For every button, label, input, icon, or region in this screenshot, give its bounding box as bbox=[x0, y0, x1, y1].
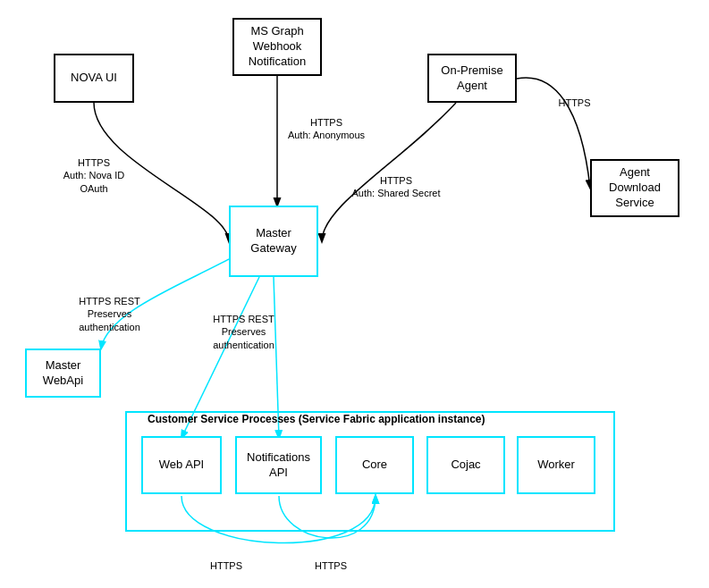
nova-ui-label: NOVA UI bbox=[71, 71, 117, 86]
cojac-label: Cojac bbox=[451, 458, 480, 473]
nova-gateway-label: HTTPSAuth: Nova ID OAuth bbox=[54, 156, 134, 195]
customer-service-label: Customer Service Processes (Service Fabr… bbox=[148, 413, 485, 425]
master-webapi-box: MasterWebApi bbox=[25, 349, 101, 398]
notifications-core-label: HTTPS bbox=[308, 559, 353, 572]
on-premise-box: On-PremiseAgent bbox=[427, 54, 517, 103]
cojac-box: Cojac bbox=[426, 436, 505, 494]
core-label: Core bbox=[362, 458, 387, 473]
master-gateway-label: MasterGateway bbox=[250, 226, 296, 256]
agent-download-box: AgentDownloadService bbox=[590, 159, 679, 217]
core-box: Core bbox=[335, 436, 414, 494]
master-gateway-box: MasterGateway bbox=[229, 206, 318, 277]
gateway-webapi-label: HTTPS RESTPreserves authentication bbox=[58, 295, 161, 333]
web-api-label: Web API bbox=[159, 458, 204, 473]
gateway-notifications-label: HTTPS RESTPreserves authentication bbox=[192, 313, 295, 351]
notifications-api-label: NotificationsAPI bbox=[247, 450, 310, 481]
on-premise-agent-label: HTTPS bbox=[550, 97, 599, 109]
web-api-box: Web API bbox=[141, 436, 222, 494]
worker-label: Worker bbox=[537, 458, 575, 473]
nova-ui-box: NOVA UI bbox=[54, 54, 134, 103]
on-premise-label: On-PremiseAgent bbox=[441, 63, 502, 94]
agent-download-label: AgentDownloadService bbox=[609, 165, 661, 211]
on-premise-gateway-label: HTTPSAuth: Shared Secret bbox=[347, 174, 445, 200]
worker-box: Worker bbox=[517, 436, 595, 494]
master-webapi-label: MasterWebApi bbox=[43, 358, 83, 389]
ms-graph-box: MS GraphWebhookNotification bbox=[232, 18, 322, 76]
webapi-core-label: HTTPS bbox=[204, 559, 249, 572]
ms-graph-label: MS GraphWebhookNotification bbox=[249, 24, 306, 70]
ms-graph-gateway-label: HTTPSAuth: Anonymous bbox=[282, 116, 371, 142]
diagram-container: NOVA UI MS GraphWebhookNotification On-P… bbox=[0, 0, 709, 588]
notifications-api-box: NotificationsAPI bbox=[235, 436, 322, 494]
